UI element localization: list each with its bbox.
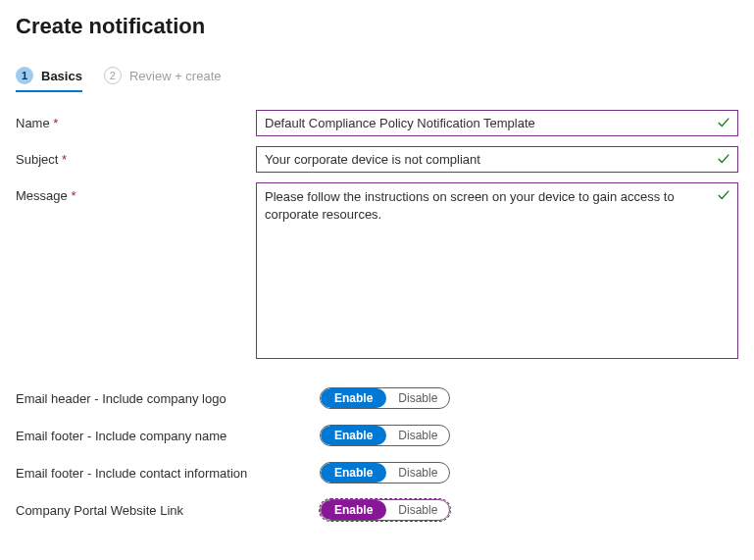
toggle-enable[interactable]: Enable [321,463,386,483]
toggle-header-logo[interactable]: Enable Disable [320,387,450,409]
label-subject: Subject [16,152,58,167]
tab-bar: 1 Basics 2 Review + create [16,67,738,92]
toggle-disable[interactable]: Disable [386,463,449,483]
toggle-portal-link[interactable]: Enable Disable [320,499,450,521]
required-mark: * [53,116,58,130]
tab-basics-label: Basics [41,69,82,83]
label-message: Message [16,188,68,203]
toggle-enable[interactable]: Enable [321,388,386,408]
toggle-disable[interactable]: Disable [386,388,449,408]
subject-input[interactable] [256,146,738,173]
label-header-logo: Email header - Include company logo [16,391,226,406]
name-input[interactable] [256,110,738,136]
tab-review-num: 2 [104,67,122,84]
toggle-footer-name[interactable]: Enable Disable [320,425,450,446]
message-textarea[interactable] [256,182,738,359]
page-title: Create notification [16,14,738,39]
label-footer-name: Email footer - Include company name [16,429,226,443]
toggle-footer-contact[interactable]: Enable Disable [320,462,450,484]
toggle-enable[interactable]: Enable [321,426,386,445]
toggle-disable[interactable]: Disable [386,426,449,445]
tab-basics-num: 1 [16,67,33,84]
label-footer-contact: Email footer - Include contact informati… [16,466,247,481]
required-mark: * [62,152,67,167]
label-name: Name [16,116,50,130]
toggle-enable[interactable]: Enable [321,500,386,520]
tab-review-create[interactable]: 2 Review + create [104,67,222,92]
label-portal-link: Company Portal Website Link [16,503,183,518]
tab-review-label: Review + create [129,69,222,83]
required-mark: * [71,188,75,203]
toggle-disable[interactable]: Disable [386,500,449,520]
tab-basics[interactable]: 1 Basics [16,67,82,92]
